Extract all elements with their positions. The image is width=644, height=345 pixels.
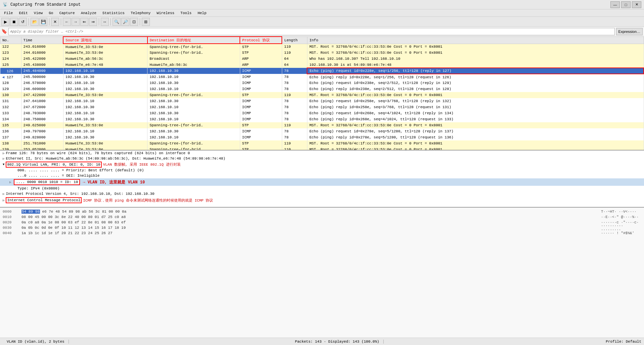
hex-ascii: ·········· ········· xyxy=(601,224,641,232)
detail-item[interactable]: ▷.... 0000 0010 1010 = ID: 10→ VLAN ID, … xyxy=(0,178,644,186)
cell-destination: 192.168.10.10 xyxy=(147,134,240,140)
toolbar-zoom-fit-btn[interactable]: ⊡ xyxy=(130,18,138,26)
cell-time: 245.500000 xyxy=(21,74,63,80)
toolbar-start-btn[interactable]: ▶ xyxy=(1,18,9,26)
detail-text: ...0 .... .... .... = DEI: Ineligible xyxy=(17,174,99,178)
table-row[interactable]: 124245.422000HuaweiTe_ab:56:3cBroadcastA… xyxy=(0,56,644,62)
table-row[interactable]: 122243.016000HuaweiTe_33:53:0eSpanning-t… xyxy=(0,44,644,50)
cell-destination: Broadcast xyxy=(147,56,240,62)
menu-item-edit[interactable]: Edit xyxy=(16,10,30,16)
cell-info: Echo (ping) request id=0x228e, seq=1/256… xyxy=(307,68,644,74)
cell-no: 123 xyxy=(0,50,22,56)
detail-item[interactable]: Type: IPv4 (0x0800) xyxy=(0,186,644,191)
cell-source: 192.168.10.10 xyxy=(63,68,147,74)
menu-item-wireless[interactable]: Wireless xyxy=(154,10,177,16)
toolbar-colorize-btn[interactable]: ⊞ xyxy=(142,18,150,26)
expression-button[interactable]: Expression… xyxy=(616,28,643,35)
filter-bookmark-icon[interactable]: 🔖 xyxy=(1,29,7,34)
filter-input[interactable] xyxy=(8,28,615,35)
cell-info: MST. Root = 32768/0/4c:1f:cc:33:53:0e Co… xyxy=(307,92,644,98)
col-destination[interactable]: Destination 目的地址 xyxy=(147,37,240,44)
table-row[interactable]: 129246.609000192.168.10.30192.168.10.10I… xyxy=(0,86,644,92)
menu-item-view[interactable]: View xyxy=(31,10,45,16)
cell-source: HuaweiTe_33:53:0e xyxy=(63,122,147,128)
menu-item-tools[interactable]: Tools xyxy=(178,10,194,16)
toolbar-goto-btn[interactable]: ↔ xyxy=(101,18,109,26)
cell-destination: 192.168.10.30 xyxy=(147,68,240,74)
cell-source: 192.168.10.10 xyxy=(63,110,147,116)
cell-time: 246.609000 xyxy=(21,86,63,92)
toolbar-prev-btn[interactable]: ⇐ xyxy=(80,18,88,26)
cell-no: 131 xyxy=(0,98,22,104)
maximize-button[interactable]: □ xyxy=(621,1,631,8)
toolbar-zoom-out-btn[interactable]: 🔎 xyxy=(121,18,129,26)
table-row[interactable]: 128246.578000192.168.10.10192.168.10.30I… xyxy=(0,80,644,86)
table-row[interactable]: 125245.438000HuaweiTe_e6:7e:48HuaweiTe_a… xyxy=(0,62,644,68)
menu-item-telephony[interactable]: Telephony xyxy=(128,10,153,16)
cell-info: MST. Root = 32768/0/4c:1f:cc:33:53:0e Co… xyxy=(307,140,644,146)
table-row[interactable]: 134248.750000192.168.10.30192.168.10.10I… xyxy=(0,116,644,122)
detail-annotation: VLAN 数据帧, 采用 IEEE 802.1Q 进行封装 xyxy=(103,162,181,167)
cell-no: 124 xyxy=(0,56,22,62)
menu-item-analyze[interactable]: Analyze xyxy=(78,10,99,16)
toolbar-fwd-btn[interactable]: → xyxy=(72,18,80,26)
detail-item[interactable]: ▷Ethernet II, Src: HuaweiTe_ab:56:3c (54… xyxy=(0,156,644,161)
cell-length: 78 xyxy=(282,128,307,134)
detail-item[interactable]: ▼802.1Q Virtual LAN, PRI: 0, DEI: 0, ID:… xyxy=(0,161,644,168)
hex-offset: 0000 xyxy=(3,210,16,214)
table-row[interactable]: ◀ 127245.500000192.168.10.30192.168.10.1… xyxy=(0,74,644,80)
cell-protocol: STP xyxy=(240,140,282,146)
col-protocol[interactable]: Protocol 协议 xyxy=(240,37,282,44)
toolbar-save-btn[interactable]: 💾 xyxy=(39,18,47,26)
cell-protocol: STP xyxy=(240,122,282,128)
hex-bytes: 0a c0 a8 0a 1e 08 00 63 ef 22 8e 01 08 0… xyxy=(22,220,596,224)
toolbar-back-btn[interactable]: ← xyxy=(63,18,71,26)
toolbar-next-btn[interactable]: ⇒ xyxy=(89,18,97,26)
packet-tbody: 122243.016000HuaweiTe_33:53:0eSpanning-t… xyxy=(0,44,644,150)
cell-no: 136 xyxy=(0,128,22,134)
detail-item[interactable]: ▷Frame 126: 78 bytes on wire (624 bits),… xyxy=(0,150,644,156)
minimize-button[interactable]: — xyxy=(610,1,620,8)
close-button[interactable]: ✕ xyxy=(632,1,641,8)
toolbar-open-btn[interactable]: 📂 xyxy=(31,18,39,26)
packet-list[interactable]: No. Time Source 源地址 Destination 目的地址 Pro… xyxy=(0,36,644,150)
cell-time: 249.625000 xyxy=(21,122,63,128)
titlebar-title-area: 📡 Capturing from Standard input xyxy=(3,2,81,7)
menu-item-go[interactable]: Go xyxy=(46,10,56,16)
toolbar-zoom-in-btn[interactable]: 🔍 xyxy=(113,18,121,26)
detail-panel[interactable]: ▷Frame 126: 78 bytes on wire (624 bits),… xyxy=(0,150,644,208)
menu-item-file[interactable]: File xyxy=(1,10,15,16)
cell-protocol: ICMP xyxy=(240,98,282,104)
cell-no: 135 xyxy=(0,122,22,128)
table-row[interactable]: ▶ 126245.484000192.168.10.10192.168.10.3… xyxy=(0,68,644,74)
menu-item-statistics[interactable]: Statistics xyxy=(100,10,127,16)
hex-row: 0020 0a c0 a8 0a 1e 08 00 63 ef 22 8e 01… xyxy=(3,220,641,225)
col-source[interactable]: Source 源地址 xyxy=(63,37,147,44)
table-row[interactable]: 135249.625000HuaweiTe_33:53:0eSpanning-t… xyxy=(0,122,644,128)
table-row[interactable]: 133248.703000192.168.10.10192.168.10.30I… xyxy=(0,110,644,116)
cell-time: 245.422000 xyxy=(21,56,63,62)
toolbar-close-btn[interactable]: ✕ xyxy=(51,18,59,26)
menu-item-capture[interactable]: Capture xyxy=(56,10,77,16)
detail-item[interactable]: ...0 .... .... .... = DEI: Ineligible xyxy=(0,173,644,178)
table-row[interactable]: 123244.016000HuaweiTe_33:53:0eSpanning-t… xyxy=(0,50,644,56)
cell-protocol: STP xyxy=(240,92,282,98)
table-row[interactable]: 130247.422000HuaweiTe_33:53:0eSpanning-t… xyxy=(0,92,644,98)
table-row[interactable]: 139253.052000HuaweiTe_33:53:0eSpanning-t… xyxy=(0,146,644,150)
toolbar-stop-btn[interactable]: ⏹ xyxy=(10,18,18,26)
detail-item[interactable]: 000. .... .... .... = Priority: Best Eff… xyxy=(0,168,644,173)
table-row[interactable]: 136249.797000192.168.10.10192.168.10.30I… xyxy=(0,128,644,134)
table-row[interactable]: 131247.641000192.168.10.10192.168.10.30I… xyxy=(0,98,644,104)
cell-source: 192.168.10.10 xyxy=(63,128,147,134)
detail-item[interactable]: ▷Internet Control Message Protocol ICMP … xyxy=(0,197,644,204)
table-row[interactable]: 137249.828000192.168.10.30192.168.10.10I… xyxy=(0,134,644,140)
cell-protocol: ICMP xyxy=(240,74,282,80)
app-icon: 📡 xyxy=(3,2,8,7)
detail-item[interactable]: ▷Internet Protocol Version 4, Src: 192.1… xyxy=(0,191,644,197)
table-row[interactable]: 138251.781000HuaweiTe_33:53:0eSpanning-t… xyxy=(0,140,644,146)
cell-protocol: ICMP xyxy=(240,116,282,122)
menu-item-help[interactable]: Help xyxy=(195,10,209,16)
toolbar-restart-btn[interactable]: ↺ xyxy=(19,18,27,26)
table-row[interactable]: 132247.672000192.168.10.30192.168.10.10I… xyxy=(0,104,644,110)
cell-protocol: ICMP xyxy=(240,86,282,92)
